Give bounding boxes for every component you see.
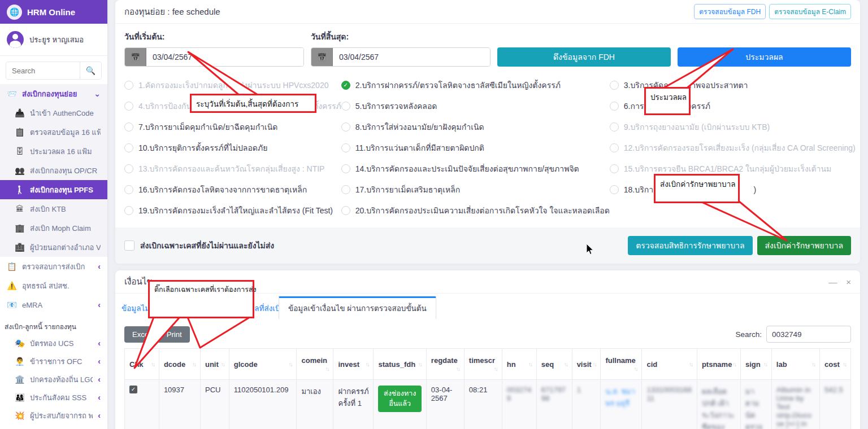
sort-icon[interactable]: ↑↓ [811,361,815,367]
service-option-12[interactable]: 12.บริการคัดกรองรอยโรคเสี่ยงมะเร็ง (กลุ่… [610,137,856,158]
sidebar-item-building[interactable]: 🏢ส่งเบิก Moph Claim [0,218,107,238]
print-button[interactable]: Print [159,326,190,343]
sidebar-item-crash[interactable]: 💥ผู้ประสบภัยจากรถ พรบ‹ [0,406,107,424]
col-header-status_fdh[interactable]: status_fdh↑↓ [374,349,426,380]
sidebar-item-bank[interactable]: 🏛ส่งเบิก KTB [0,199,107,218]
service-radio[interactable] [341,102,350,111]
service-radio[interactable] [341,206,350,215]
service-radio[interactable] [610,122,619,132]
service-radio[interactable] [341,122,350,132]
check-eclaim-data-button[interactable]: ตรวจสอบข้อมูล E-Claim [769,4,851,19]
close-icon[interactable]: × [846,277,851,287]
service-radio[interactable] [341,164,350,173]
col-header-hn[interactable]: hn↑↓ [502,349,536,380]
sort-icon[interactable]: ↑↓ [592,361,596,367]
service-radio[interactable] [124,122,133,132]
col-header-seq[interactable]: seq↑↓ [536,349,572,380]
sidebar-item-users[interactable]: 👥ส่งเบิกกองทุน OP/CR [0,161,107,180]
service-radio[interactable] [341,185,350,194]
sidebar-item-clipboard-check[interactable]: 📋ตรวจสอบข้อมูล 16 แฟ้ม [0,122,107,142]
service-radio[interactable] [124,143,133,152]
col-header-timescr[interactable]: timescr↑↓ [464,349,502,380]
sidebar-item-import[interactable]: 📥นำเข้า AuthenCode [0,103,107,122]
col-header-glcode[interactable]: glcode↑↓ [229,349,297,380]
service-option-3[interactable]: 3.บริการคัดกรองสภาพจอประสาทตา [610,75,856,95]
service-option-17[interactable]: 17.บริการยาเม็ดเสริมธาตุเหล็ก [341,179,610,200]
col-header-cid[interactable]: cid↑↓ [642,349,697,380]
sort-icon[interactable]: ↑↓ [365,361,368,367]
sidebar-item-chat[interactable]: 💬ข้าราชการ กทม‹ [0,424,107,429]
sort-icon[interactable]: ↑↓ [494,366,497,372]
col-header-lab[interactable]: lab↑↓ [771,349,819,380]
check-rights-button[interactable]: ตรวจสอบสิทธิการรักษาพยาบาล [628,236,752,255]
service-radio[interactable] [610,185,619,194]
start-date-input[interactable] [146,48,303,66]
service-radio[interactable]: ✓ [341,81,350,90]
fetch-fdh-button[interactable]: ดึงข้อมูลจาก FDH [497,47,671,67]
sidebar-item-warning[interactable]: ⚠️อุทธรณ์ สปสช. [0,276,107,295]
col-header-comein[interactable]: comein↑↓ [297,349,333,380]
sort-icon[interactable]: ↑↓ [192,361,196,367]
tab-matching[interactable]: ข้อมูลเข้าเงื่อนไข ผ่านการตรวจสอบขั้นต้น [279,296,436,319]
service-radio[interactable] [124,185,133,194]
sidebar-item-mail-tray[interactable]: 📨ส่งเบิกกองทุนย่อย⌄ [0,84,107,103]
service-option-14[interactable]: 14.บริการคัดกรองและประเมินปัจจัยเสี่ยงต่… [341,158,610,179]
col-header-ptsname[interactable]: ptsname↑↓ [697,349,740,380]
sort-icon[interactable]: ↑↓ [763,361,767,367]
redacted-value[interactable]: น.ส. ชมาพร มยุรี [605,387,635,408]
sort-icon[interactable]: ↑↓ [288,361,292,367]
service-radio[interactable] [124,164,133,173]
service-option-16[interactable]: 16.บริการคัดกรองโลหิตจางจากการขาดธาตุเหล… [124,179,341,200]
service-radio[interactable] [610,81,619,90]
excel-export-button[interactable]: Excel [124,326,159,343]
service-option-1[interactable]: 1.คัดกรองมะเร็งปากมดลูก ให้ส่งผ่านระบบ H… [124,75,341,95]
col-header-cost[interactable]: cost↑↓ [820,349,851,380]
sidebar-item-clipboard-verified[interactable]: 📋ตรวจสอบการส่งเบิก‹ [0,257,107,276]
sidebar-item-officer[interactable]: 👨‍💼ข้าราชการ OFC‹ [0,352,107,370]
service-option-7[interactable]: 7.บริการยาเม็ดคุมกำเนิด/ยาฉีดคุมกำเนิด [124,116,341,137]
sidebar-item-family[interactable]: 👨‍👩‍👧ประกันสังคม SSS‹ [0,388,107,406]
sort-icon[interactable]: ↑↓ [528,361,532,367]
sidebar-item-server[interactable]: 🗄ประมวลผล 16 แฟ้ม [0,142,107,161]
service-option-18[interactable]: 18.บริการ) [610,179,856,200]
col-header-fullname[interactable]: fullname↑↓ [601,349,642,380]
service-option-6[interactable]: 6.การทดสอบการตั้งครรภ์ [610,95,856,116]
sidebar-item-gold-card[interactable]: 🎭บัตรทอง UCS‹ [0,334,107,352]
sort-icon[interactable]: ↑↓ [564,361,567,367]
service-radio[interactable] [124,206,133,215]
service-radio[interactable] [124,102,133,111]
sort-icon[interactable]: ↑↓ [633,366,637,372]
service-option-11[interactable]: 11.บริการแว่นตาเด็กที่มีสายตาผิดปกติ [341,137,610,158]
user-row[interactable]: ประยูร หาญเสมอ [0,24,107,56]
sort-icon[interactable]: ↑↓ [843,361,846,367]
check-fdh-data-button[interactable]: ตรวจสอบข้อมูล FDH [694,4,766,19]
sort-icon[interactable]: ↑↓ [151,361,154,367]
col-header-invest[interactable]: invest↑↓ [333,349,374,380]
sidebar-item-envelope[interactable]: 📧eMRA‹ [0,295,107,314]
row-checkbox[interactable]: ✓ [129,386,137,393]
sort-icon[interactable]: ↑↓ [456,366,459,372]
col-header-dcode[interactable]: dcode↑↓ [159,349,200,380]
end-date-input[interactable] [333,48,490,66]
service-option-20[interactable]: 20.บริการคัดกรองประเมินความเสี่ยงต่อการเ… [341,200,610,221]
service-option-9[interactable]: 9.บริการถุงยางอนามัย (เบิกผ่านระบบ KTB) [610,116,856,137]
sidebar-item-government[interactable]: 🏛️ปกครองท้องถิ่น LGO‹ [0,370,107,388]
service-radio[interactable] [610,143,619,152]
search-button[interactable]: 🔍 [80,62,101,79]
service-option-8[interactable]: 8.บริการใส่ห่วงอนามัย/ยาฝังคุมกำเนิด [341,116,610,137]
service-option-2[interactable]: ✓2.บริการฝากครรภ์/ตรวจโลหิตจางธาลัสซีเมี… [341,75,610,95]
search-input[interactable] [6,62,80,79]
service-option-10[interactable]: 10.บริการยุติการตั้งครรภ์ที่ไม่ปลอดภัย [124,137,341,158]
col-header-visit[interactable]: visit↑↓ [572,349,601,380]
service-radio[interactable] [341,143,350,152]
col-header-chk[interactable]: Chk↑↓ [125,349,159,380]
service-option-19[interactable]: 19.บริการคัดกรองมะเร็งลำไส้ใหญ่และลำไส้ต… [124,200,341,221]
sort-icon[interactable]: ↑↓ [689,361,692,367]
service-radio[interactable] [610,164,619,173]
sort-icon[interactable]: ↑↓ [325,366,328,372]
service-radio[interactable] [124,81,133,90]
table-search-input[interactable] [766,326,851,343]
sort-icon[interactable]: ↑↓ [418,361,422,367]
sidebar-item-person-flag[interactable]: 🚶ส่งเบิกกองทุน PPFS [0,180,107,199]
service-radio[interactable] [610,102,619,111]
